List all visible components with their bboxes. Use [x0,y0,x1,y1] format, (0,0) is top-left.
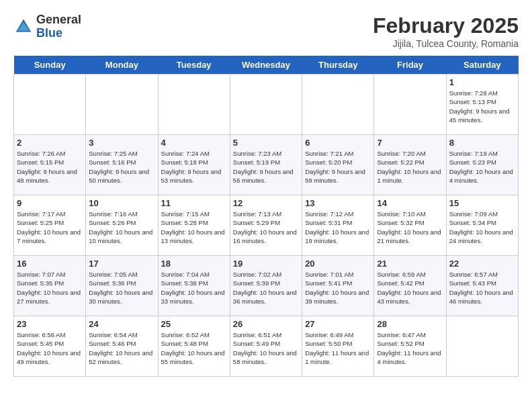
day-number: 16 [17,259,83,269]
calendar-cell [374,75,446,135]
calendar-cell: 25Sunrise: 6:52 AMSunset: 5:48 PMDayligh… [158,316,230,377]
day-number: 8 [449,138,515,148]
day-number: 12 [233,198,299,208]
calendar-cell: 12Sunrise: 7:13 AMSunset: 5:29 PMDayligh… [230,195,302,256]
page-header: General Blue February 2025 Jijila, Tulce… [13,13,519,49]
calendar-cell: 24Sunrise: 6:54 AMSunset: 5:46 PMDayligh… [86,316,158,377]
day-number: 19 [233,259,299,269]
calendar-cell: 14Sunrise: 7:10 AMSunset: 5:32 PMDayligh… [374,195,446,256]
day-header-wednesday: Wednesday [230,56,302,75]
cell-content: Sunrise: 7:04 AMSunset: 5:38 PMDaylight:… [161,270,227,306]
day-number: 14 [377,198,443,208]
day-number: 13 [305,198,371,208]
day-header-monday: Monday [86,56,158,75]
day-number: 15 [449,198,515,208]
day-number: 21 [377,259,443,269]
calendar-cell: 8Sunrise: 7:19 AMSunset: 5:23 PMDaylight… [446,135,518,195]
calendar-table: SundayMondayTuesdayWednesdayThursdayFrid… [13,56,519,377]
calendar-week-3: 9Sunrise: 7:17 AMSunset: 5:25 PMDaylight… [14,195,519,256]
calendar-cell: 22Sunrise: 6:57 AMSunset: 5:43 PMDayligh… [446,256,518,316]
day-number: 10 [89,198,154,208]
day-header-friday: Friday [374,56,446,75]
cell-content: Sunrise: 6:47 AMSunset: 5:52 PMDaylight:… [377,330,443,366]
cell-content: Sunrise: 7:10 AMSunset: 5:32 PMDaylight:… [377,210,443,245]
cell-content: Sunrise: 6:59 AMSunset: 5:42 PMDaylight:… [377,270,443,306]
title-section: February 2025 Jijila, Tulcea County, Rom… [373,13,519,49]
calendar-cell: 13Sunrise: 7:12 AMSunset: 5:31 PMDayligh… [302,195,374,256]
calendar-cell [302,75,374,135]
day-number: 25 [161,319,227,329]
day-header-thursday: Thursday [302,56,374,75]
calendar-cell: 1Sunrise: 7:28 AMSunset: 5:13 PMDaylight… [446,75,518,135]
cell-content: Sunrise: 7:20 AMSunset: 5:22 PMDaylight:… [377,149,443,185]
day-number: 28 [377,319,443,329]
cell-content: Sunrise: 7:07 AMSunset: 5:35 PMDaylight:… [17,270,83,306]
calendar-cell: 9Sunrise: 7:17 AMSunset: 5:25 PMDaylight… [14,195,86,256]
calendar-cell: 28Sunrise: 6:47 AMSunset: 5:52 PMDayligh… [374,316,446,377]
cell-content: Sunrise: 7:13 AMSunset: 5:29 PMDaylight:… [233,210,299,245]
cell-content: Sunrise: 7:09 AMSunset: 5:34 PMDaylight:… [449,210,515,245]
cell-content: Sunrise: 7:15 AMSunset: 5:28 PMDaylight:… [161,210,227,245]
calendar-cell: 26Sunrise: 6:51 AMSunset: 5:49 PMDayligh… [230,316,302,377]
day-number: 24 [89,319,154,329]
day-number: 27 [305,319,371,329]
calendar-cell: 17Sunrise: 7:05 AMSunset: 5:36 PMDayligh… [86,256,158,316]
cell-content: Sunrise: 6:49 AMSunset: 5:50 PMDaylight:… [305,330,371,366]
day-header-tuesday: Tuesday [158,56,230,75]
calendar-cell: 4Sunrise: 7:24 AMSunset: 5:18 PMDaylight… [158,135,230,195]
day-number: 6 [305,138,371,148]
cell-content: Sunrise: 7:02 AMSunset: 5:39 PMDaylight:… [233,270,299,306]
cell-content: Sunrise: 6:51 AMSunset: 5:49 PMDaylight:… [233,330,299,366]
cell-content: Sunrise: 7:01 AMSunset: 5:41 PMDaylight:… [305,270,371,306]
day-number: 18 [161,259,227,269]
calendar-cell: 20Sunrise: 7:01 AMSunset: 5:41 PMDayligh… [302,256,374,316]
calendar-cell: 11Sunrise: 7:15 AMSunset: 5:28 PMDayligh… [158,195,230,256]
calendar-cell: 15Sunrise: 7:09 AMSunset: 5:34 PMDayligh… [446,195,518,256]
calendar-cell: 7Sunrise: 7:20 AMSunset: 5:22 PMDaylight… [374,135,446,195]
cell-content: Sunrise: 7:12 AMSunset: 5:31 PMDaylight:… [305,210,371,245]
calendar-cell [446,316,518,377]
calendar-cell: 19Sunrise: 7:02 AMSunset: 5:39 PMDayligh… [230,256,302,316]
calendar-cell: 2Sunrise: 7:26 AMSunset: 5:15 PMDaylight… [14,135,86,195]
cell-content: Sunrise: 6:54 AMSunset: 5:46 PMDaylight:… [89,330,154,366]
cell-content: Sunrise: 7:19 AMSunset: 5:23 PMDaylight:… [449,149,515,185]
calendar-cell: 10Sunrise: 7:16 AMSunset: 5:26 PMDayligh… [86,195,158,256]
calendar-cell: 21Sunrise: 6:59 AMSunset: 5:42 PMDayligh… [374,256,446,316]
day-header-saturday: Saturday [446,56,518,75]
cell-content: Sunrise: 7:25 AMSunset: 5:16 PMDaylight:… [89,149,154,185]
calendar-week-4: 16Sunrise: 7:07 AMSunset: 5:35 PMDayligh… [14,256,519,316]
day-number: 9 [17,198,83,208]
day-number: 22 [449,259,515,269]
cell-content: Sunrise: 6:57 AMSunset: 5:43 PMDaylight:… [449,270,515,306]
day-header-sunday: Sunday [14,56,86,75]
calendar-cell [86,75,158,135]
cell-content: Sunrise: 7:16 AMSunset: 5:26 PMDaylight:… [89,210,154,245]
day-number: 3 [89,138,154,148]
calendar-cell [158,75,230,135]
calendar-cell: 6Sunrise: 7:21 AMSunset: 5:20 PMDaylight… [302,135,374,195]
logo-text: General Blue [36,13,81,40]
cell-content: Sunrise: 7:23 AMSunset: 5:19 PMDaylight:… [233,149,299,185]
cell-content: Sunrise: 7:26 AMSunset: 5:15 PMDaylight:… [17,149,83,185]
cell-content: Sunrise: 7:21 AMSunset: 5:20 PMDaylight:… [305,149,371,185]
calendar-cell: 3Sunrise: 7:25 AMSunset: 5:16 PMDaylight… [86,135,158,195]
calendar-cell [14,75,86,135]
day-number: 17 [89,259,154,269]
cell-content: Sunrise: 7:17 AMSunset: 5:25 PMDaylight:… [17,210,83,245]
logo: General Blue [13,13,81,40]
calendar-cell [230,75,302,135]
calendar-week-1: 1Sunrise: 7:28 AMSunset: 5:13 PMDaylight… [14,75,519,135]
calendar-cell: 18Sunrise: 7:04 AMSunset: 5:38 PMDayligh… [158,256,230,316]
cell-content: Sunrise: 6:52 AMSunset: 5:48 PMDaylight:… [161,330,227,366]
cell-content: Sunrise: 7:24 AMSunset: 5:18 PMDaylight:… [161,149,227,185]
cell-content: Sunrise: 7:05 AMSunset: 5:36 PMDaylight:… [89,270,154,306]
month-title: February 2025 [373,13,519,38]
location-subtitle: Jijila, Tulcea County, Romania [373,38,519,49]
calendar-cell: 16Sunrise: 7:07 AMSunset: 5:35 PMDayligh… [14,256,86,316]
logo-icon [13,17,34,37]
day-number: 4 [161,138,227,148]
day-number: 26 [233,319,299,329]
calendar-cell: 5Sunrise: 7:23 AMSunset: 5:19 PMDaylight… [230,135,302,195]
day-number: 23 [17,319,83,329]
cell-content: Sunrise: 7:28 AMSunset: 5:13 PMDaylight:… [449,89,515,124]
